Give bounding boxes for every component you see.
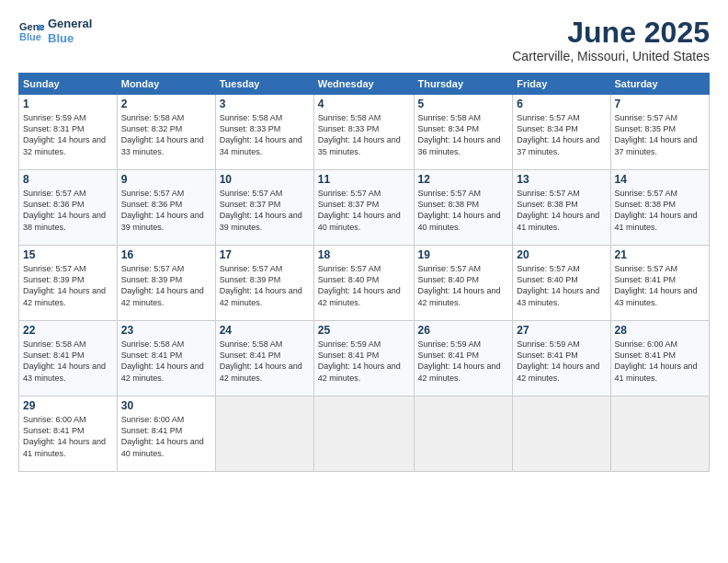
day-info: Sunrise: 5:57 AM Sunset: 8:36 PM Dayligh… [23,188,113,233]
column-header-monday: Monday [117,74,215,95]
calendar-cell: 4 Sunrise: 5:58 AM Sunset: 8:33 PM Dayli… [313,95,414,170]
day-info: Sunrise: 5:58 AM Sunset: 8:34 PM Dayligh… [418,112,509,157]
day-info: Sunrise: 5:58 AM Sunset: 8:41 PM Dayligh… [23,339,113,384]
calendar-cell: 15 Sunrise: 5:57 AM Sunset: 8:39 PM Dayl… [19,246,118,321]
day-number: 2 [121,98,211,110]
day-number: 3 [220,98,310,110]
calendar-cell: 3 Sunrise: 5:58 AM Sunset: 8:33 PM Dayli… [215,95,313,170]
column-header-thursday: Thursday [414,74,513,95]
logo-line1: General [48,17,92,31]
calendar-cell: 16 Sunrise: 5:57 AM Sunset: 8:39 PM Dayl… [117,246,215,321]
day-info: Sunrise: 5:57 AM Sunset: 8:38 PM Dayligh… [517,188,606,233]
day-number: 26 [418,324,509,337]
day-number: 11 [318,173,410,186]
title-block: June 2025 Carterville, Missouri, United … [512,17,710,63]
day-number: 15 [23,248,113,261]
day-info: Sunrise: 5:57 AM Sunset: 8:38 PM Dayligh… [615,188,705,233]
day-number: 25 [318,324,410,337]
calendar-cell: 28 Sunrise: 6:00 AM Sunset: 8:41 PM Dayl… [610,321,709,396]
day-number: 9 [121,173,211,186]
logo-icon: General Blue [18,18,44,44]
week-row-4: 22 Sunrise: 5:58 AM Sunset: 8:41 PM Dayl… [19,321,710,396]
day-number: 12 [418,173,509,186]
calendar-cell: 8 Sunrise: 5:57 AM Sunset: 8:36 PM Dayli… [19,170,118,246]
day-number: 27 [517,324,606,337]
calendar-cell: 2 Sunrise: 5:58 AM Sunset: 8:32 PM Dayli… [117,95,215,170]
day-info: Sunrise: 5:58 AM Sunset: 8:41 PM Dayligh… [220,339,310,384]
day-number: 22 [23,324,113,337]
calendar-cell: 5 Sunrise: 5:58 AM Sunset: 8:34 PM Dayli… [414,95,513,170]
day-number: 7 [615,98,705,110]
day-info: Sunrise: 6:00 AM Sunset: 8:41 PM Dayligh… [23,414,113,459]
calendar-cell: 9 Sunrise: 5:57 AM Sunset: 8:36 PM Dayli… [117,170,215,246]
calendar-cell: 21 Sunrise: 5:57 AM Sunset: 8:41 PM Dayl… [610,246,709,321]
calendar-table: SundayMondayTuesdayWednesdayThursdayFrid… [18,73,710,472]
page: General Blue General Blue June 2025 Cart… [0,0,728,563]
day-number: 30 [121,399,211,412]
calendar-cell: 14 Sunrise: 5:57 AM Sunset: 8:38 PM Dayl… [610,170,709,246]
day-info: Sunrise: 5:59 AM Sunset: 8:31 PM Dayligh… [23,112,113,157]
day-number: 17 [220,248,310,261]
svg-text:Blue: Blue [19,31,41,42]
day-info: Sunrise: 5:57 AM Sunset: 8:36 PM Dayligh… [121,188,211,233]
day-number: 10 [220,173,310,186]
day-number: 20 [517,248,606,261]
day-info: Sunrise: 5:57 AM Sunset: 8:38 PM Dayligh… [418,188,509,233]
day-info: Sunrise: 5:58 AM Sunset: 8:41 PM Dayligh… [121,339,211,384]
calendar-cell: 23 Sunrise: 5:58 AM Sunset: 8:41 PM Dayl… [117,321,215,396]
day-number: 28 [615,324,705,337]
calendar-cell: 24 Sunrise: 5:58 AM Sunset: 8:41 PM Dayl… [215,321,313,396]
day-number: 18 [318,248,410,261]
day-info: Sunrise: 5:57 AM Sunset: 8:40 PM Dayligh… [318,263,410,308]
day-info: Sunrise: 5:57 AM Sunset: 8:37 PM Dayligh… [220,188,310,233]
day-number: 21 [615,248,705,261]
day-info: Sunrise: 5:57 AM Sunset: 8:40 PM Dayligh… [418,263,509,308]
day-number: 1 [23,98,113,110]
calendar-cell [215,396,313,472]
logo-text: General Blue [48,17,92,45]
column-header-sunday: Sunday [19,74,118,95]
day-number: 8 [23,173,113,186]
calendar-cell [513,396,610,472]
day-info: Sunrise: 5:57 AM Sunset: 8:35 PM Dayligh… [615,112,705,157]
day-info: Sunrise: 5:59 AM Sunset: 8:41 PM Dayligh… [517,339,606,384]
day-info: Sunrise: 5:57 AM Sunset: 8:34 PM Dayligh… [517,112,606,157]
week-row-1: 1 Sunrise: 5:59 AM Sunset: 8:31 PM Dayli… [19,95,710,170]
day-number: 6 [517,98,606,110]
day-info: Sunrise: 5:57 AM Sunset: 8:37 PM Dayligh… [318,188,410,233]
column-header-tuesday: Tuesday [215,74,313,95]
calendar-cell: 20 Sunrise: 5:57 AM Sunset: 8:40 PM Dayl… [513,246,610,321]
calendar-cell: 26 Sunrise: 5:59 AM Sunset: 8:41 PM Dayl… [414,321,513,396]
calendar-cell: 18 Sunrise: 5:57 AM Sunset: 8:40 PM Dayl… [313,246,414,321]
calendar-cell: 13 Sunrise: 5:57 AM Sunset: 8:38 PM Dayl… [513,170,610,246]
day-info: Sunrise: 5:57 AM Sunset: 8:39 PM Dayligh… [121,263,211,308]
column-header-saturday: Saturday [610,74,709,95]
column-header-friday: Friday [513,74,610,95]
calendar-cell: 29 Sunrise: 6:00 AM Sunset: 8:41 PM Dayl… [19,396,118,472]
calendar-cell: 27 Sunrise: 5:59 AM Sunset: 8:41 PM Dayl… [513,321,610,396]
day-info: Sunrise: 5:57 AM Sunset: 8:39 PM Dayligh… [220,263,310,308]
day-info: Sunrise: 5:58 AM Sunset: 8:32 PM Dayligh… [121,112,211,157]
calendar-cell: 22 Sunrise: 5:58 AM Sunset: 8:41 PM Dayl… [19,321,118,396]
day-number: 23 [121,324,211,337]
calendar-cell: 6 Sunrise: 5:57 AM Sunset: 8:34 PM Dayli… [513,95,610,170]
day-info: Sunrise: 5:58 AM Sunset: 8:33 PM Dayligh… [220,112,310,157]
day-info: Sunrise: 5:58 AM Sunset: 8:33 PM Dayligh… [318,112,410,157]
day-number: 16 [121,248,211,261]
day-info: Sunrise: 5:57 AM Sunset: 8:41 PM Dayligh… [615,263,705,308]
calendar-cell [610,396,709,472]
calendar-cell [313,396,414,472]
calendar-cell: 7 Sunrise: 5:57 AM Sunset: 8:35 PM Dayli… [610,95,709,170]
calendar-cell: 11 Sunrise: 5:57 AM Sunset: 8:37 PM Dayl… [313,170,414,246]
calendar-cell: 25 Sunrise: 5:59 AM Sunset: 8:41 PM Dayl… [313,321,414,396]
day-number: 4 [318,98,410,110]
day-number: 5 [418,98,509,110]
logo-line2: Blue [48,31,74,45]
day-number: 29 [23,399,113,412]
day-info: Sunrise: 5:57 AM Sunset: 8:39 PM Dayligh… [23,263,113,308]
calendar-cell: 10 Sunrise: 5:57 AM Sunset: 8:37 PM Dayl… [215,170,313,246]
calendar-cell: 12 Sunrise: 5:57 AM Sunset: 8:38 PM Dayl… [414,170,513,246]
calendar-cell: 17 Sunrise: 5:57 AM Sunset: 8:39 PM Dayl… [215,246,313,321]
column-header-wednesday: Wednesday [313,74,414,95]
day-info: Sunrise: 5:59 AM Sunset: 8:41 PM Dayligh… [318,339,410,384]
